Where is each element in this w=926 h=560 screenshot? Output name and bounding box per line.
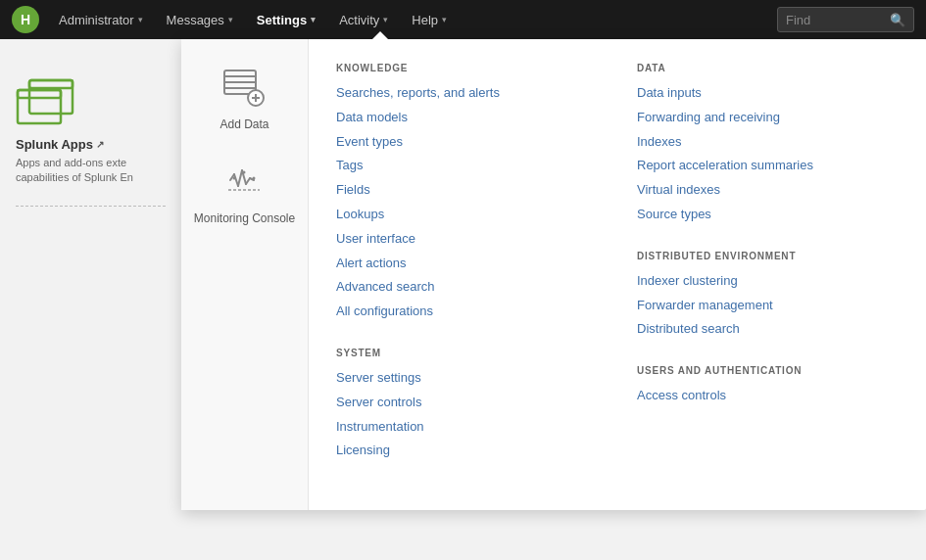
menu-link-data-inputs[interactable]: Data inputs bbox=[637, 81, 899, 106]
menu-link-report-acceleration[interactable]: Report acceleration summaries bbox=[637, 154, 899, 178]
menu-link-source-types[interactable]: Source types bbox=[637, 203, 899, 227]
svg-line-15 bbox=[246, 178, 250, 184]
chevron-down-icon: ▾ bbox=[311, 15, 316, 24]
svg-rect-3 bbox=[29, 80, 73, 88]
knowledge-section: KNOWLEDGE Searches, reports, and alerts … bbox=[336, 63, 598, 324]
menu-link-access-controls[interactable]: Access controls bbox=[637, 384, 899, 408]
settings-dropdown: Add Data Monitoring Console bbox=[181, 39, 926, 510]
nav-logo: H bbox=[12, 6, 39, 33]
nav-item-settings[interactable]: Settings ▾ bbox=[245, 0, 327, 39]
app-desc: Apps and add-ons exte capabilities of Sp… bbox=[16, 156, 166, 186]
menu-link-tags[interactable]: Tags bbox=[336, 154, 598, 178]
system-heading: SYSTEM bbox=[336, 348, 598, 358]
menu-link-data-models[interactable]: Data models bbox=[336, 106, 598, 130]
chevron-down-icon: ▾ bbox=[228, 15, 233, 24]
distributed-heading: DISTRIBUTED ENVIRONMENT bbox=[637, 251, 899, 261]
add-data-item[interactable]: Add Data bbox=[219, 63, 268, 133]
menu-link-server-settings[interactable]: Server settings bbox=[336, 366, 598, 391]
left-menu-col: KNOWLEDGE Searches, reports, and alerts … bbox=[336, 63, 598, 487]
menu-link-event-types[interactable]: Event types bbox=[336, 130, 598, 155]
menu-columns: KNOWLEDGE Searches, reports, and alerts … bbox=[309, 39, 926, 510]
distributed-section: DISTRIBUTED ENVIRONMENT Indexer clusteri… bbox=[637, 251, 899, 342]
data-heading: DATA bbox=[637, 63, 899, 73]
add-data-icon bbox=[220, 63, 268, 110]
users-auth-section: USERS AND AUTHENTICATION Access controls bbox=[637, 365, 899, 408]
chevron-down-icon: ▾ bbox=[138, 15, 143, 24]
menu-link-advanced-search[interactable]: Advanced search bbox=[336, 275, 598, 300]
svg-line-13 bbox=[238, 170, 242, 186]
external-link-icon: ↗ bbox=[96, 139, 104, 150]
menu-link-searches[interactable]: Searches, reports, and alerts bbox=[336, 81, 598, 106]
svg-point-20 bbox=[253, 176, 256, 179]
menu-link-alert-actions[interactable]: Alert actions bbox=[336, 252, 598, 276]
menu-link-lookups[interactable]: Lookups bbox=[336, 203, 598, 227]
svg-point-18 bbox=[233, 176, 236, 179]
nav-item-administrator[interactable]: Administrator ▾ bbox=[47, 0, 155, 39]
svg-rect-0 bbox=[18, 90, 61, 123]
monitoring-console-item[interactable]: Monitoring Console bbox=[194, 157, 295, 227]
nav-item-activity[interactable]: Activity ▾ bbox=[327, 0, 400, 39]
menu-link-licensing[interactable]: Licensing bbox=[336, 439, 598, 463]
data-section: DATA Data inputs Forwarding and receivin… bbox=[637, 63, 899, 227]
menu-link-distributed-search[interactable]: Distributed search bbox=[637, 317, 899, 342]
menu-link-all-configurations[interactable]: All configurations bbox=[336, 300, 598, 324]
icon-sidebar: Add Data Monitoring Console bbox=[181, 39, 309, 510]
users-auth-heading: USERS AND AUTHENTICATION bbox=[637, 365, 899, 376]
main-area: Splunk Apps ↗ Apps and add-ons exte capa… bbox=[0, 39, 926, 560]
knowledge-heading: KNOWLEDGE bbox=[336, 63, 598, 73]
monitoring-console-label: Monitoring Console bbox=[194, 211, 295, 227]
menu-link-forwarding[interactable]: Forwarding and receiving bbox=[637, 106, 899, 130]
divider bbox=[16, 206, 166, 207]
svg-line-12 bbox=[234, 174, 238, 186]
menu-link-indexer-clustering[interactable]: Indexer clustering bbox=[637, 269, 899, 294]
top-nav: H Administrator ▾ Messages ▾ Settings ▾ … bbox=[0, 0, 926, 39]
chevron-down-icon: ▾ bbox=[442, 15, 447, 24]
nav-item-help[interactable]: Help ▾ bbox=[400, 0, 459, 39]
menu-link-instrumentation[interactable]: Instrumentation bbox=[336, 415, 598, 440]
svg-point-19 bbox=[243, 170, 246, 173]
splunk-apps-icon bbox=[16, 78, 84, 131]
search-input[interactable] bbox=[786, 13, 884, 27]
search-icon: 🔍 bbox=[890, 13, 905, 27]
splunk-apps-title: Splunk Apps ↗ bbox=[16, 137, 166, 152]
menu-link-user-interface[interactable]: User interface bbox=[336, 227, 598, 252]
menu-link-virtual-indexes[interactable]: Virtual indexes bbox=[637, 178, 899, 203]
monitoring-console-icon bbox=[220, 157, 268, 204]
system-section: SYSTEM Server settings Server controls I… bbox=[336, 348, 598, 463]
menu-link-fields[interactable]: Fields bbox=[336, 178, 598, 203]
left-panel: Splunk Apps ↗ Apps and add-ons exte capa… bbox=[0, 39, 181, 560]
search-box[interactable]: 🔍 bbox=[777, 7, 914, 32]
right-menu-col: DATA Data inputs Forwarding and receivin… bbox=[637, 63, 899, 487]
menu-link-forwarder-management[interactable]: Forwarder management bbox=[637, 294, 899, 318]
svg-rect-1 bbox=[18, 90, 61, 98]
chevron-down-icon: ▾ bbox=[383, 15, 388, 24]
menu-link-indexes[interactable]: Indexes bbox=[637, 130, 899, 155]
nav-item-messages[interactable]: Messages ▾ bbox=[155, 0, 245, 39]
menu-link-server-controls[interactable]: Server controls bbox=[336, 391, 598, 415]
add-data-label: Add Data bbox=[219, 117, 268, 133]
app-icon-area: Splunk Apps ↗ Apps and add-ons exte capa… bbox=[16, 78, 166, 186]
